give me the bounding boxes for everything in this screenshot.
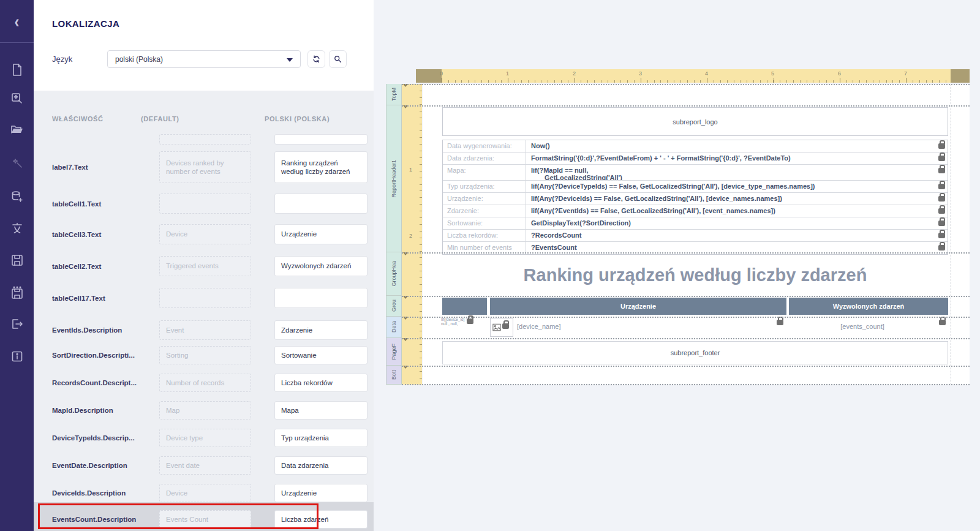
param-row: Urządzenie: Iif(Any(?DeviceIds) == False… [443, 193, 948, 205]
detail-image-placeholder[interactable] [490, 318, 513, 337]
info-icon [10, 349, 24, 364]
localization-panel: LOKALIZACJA Język polski (Polska) WŁAŚCI… [34, 0, 374, 531]
band-boundary-line [402, 252, 970, 254]
ruler-number: 1 [506, 70, 509, 77]
translated-value-input[interactable]: Urządzenie [274, 484, 368, 502]
default-value-input[interactable] [159, 194, 251, 214]
subreport-logo-object[interactable]: subreport_logo [442, 107, 948, 136]
page-title: LOKALIZACJA [52, 18, 119, 29]
table-row: MapId.Description Map Mapa [52, 401, 368, 420]
subreport-footer-object[interactable]: subreport_footer [442, 341, 948, 364]
band-boundary-line [402, 84, 970, 85]
param-expression[interactable]: Now() [526, 140, 948, 152]
param-label[interactable]: Mapa: [443, 165, 526, 180]
default-value-input[interactable]: Devices ranked by number of events [159, 151, 251, 183]
language-select[interactable]: polski (Polska) [107, 50, 301, 68]
param-label[interactable]: Data wygenerowania: [443, 140, 526, 152]
param-expression[interactable]: GetDisplayText(?SortDirection) [526, 217, 948, 229]
translated-value-input[interactable]: Liczba zdarzeń [274, 510, 368, 529]
search-button[interactable] [329, 50, 347, 68]
sidebar-item-save-as[interactable] [0, 279, 34, 306]
default-value-input[interactable] [159, 134, 251, 145]
collapse-panel-button[interactable]: ‹ [0, 8, 34, 35]
param-label[interactable]: Urządzenie: [443, 193, 526, 205]
default-value-input[interactable]: Event [159, 320, 251, 340]
table-row: tableCell17.Text [52, 288, 368, 308]
table-row: DeviceTypeIds.Descrip... Device type Typ… [52, 429, 368, 447]
lock-icon [939, 320, 946, 325]
default-value-input[interactable]: Device [159, 224, 251, 244]
report-title-object[interactable]: Ranking urządzeń według liczby zdarzeń [442, 256, 948, 294]
default-value-input[interactable]: Device [159, 484, 251, 502]
property-name: EventIds.Description [52, 326, 144, 334]
band-report-header[interactable]: ReportHeader1 [386, 105, 402, 252]
translated-value-input[interactable] [274, 134, 368, 145]
band-bottom-margin[interactable]: Bott [386, 366, 402, 385]
param-expression[interactable]: Iif(?MapId == null,GetLocalizedString('A… [526, 165, 948, 180]
sidebar-item-add-data[interactable] [0, 183, 34, 210]
sidebar-item-save[interactable] [0, 247, 34, 274]
refresh-button[interactable] [307, 50, 325, 68]
ruler-number: 5 [771, 70, 774, 77]
translated-value-input[interactable]: Sortowanie [274, 346, 368, 364]
band-top-margin[interactable]: TopM [386, 84, 402, 105]
sidebar-item-new-report[interactable] [0, 56, 34, 83]
param-expression[interactable]: FormatString('{0:d}',?EventDateFrom) + '… [526, 153, 948, 164]
default-value-input[interactable]: Triggered events [159, 256, 251, 276]
lock-icon [938, 143, 945, 149]
sidebar-item-localization[interactable] [0, 215, 34, 242]
default-value-input[interactable]: Events Count [159, 510, 251, 529]
param-label[interactable]: Data zdarzenia: [443, 153, 526, 164]
device-name-field[interactable]: [device_name] [517, 323, 561, 330]
search-icon [333, 55, 342, 64]
band-group-header-1[interactable]: GroupHea [386, 252, 402, 296]
band-page-footer[interactable]: PageF [386, 338, 402, 366]
param-expression[interactable]: Iif(Any(?DeviceIds) == False, GetLocaliz… [526, 193, 948, 205]
param-expression[interactable]: Iif(Any(?EventIds) == False, GetLocalize… [526, 205, 948, 217]
translated-value-input[interactable]: Typ urządzenia [274, 429, 368, 447]
ruler-number: 4 [705, 70, 708, 77]
translated-value-input[interactable]: Data zdarzenia [274, 456, 368, 475]
band-detail[interactable]: Deta [386, 317, 402, 338]
translated-value-input[interactable] [274, 194, 368, 214]
detail-expression-object[interactable]: Iif([device_id] == null , null, [441, 317, 470, 326]
param-label[interactable]: Typ urządzenia: [443, 181, 526, 192]
sidebar-item-wizard[interactable] [0, 149, 34, 176]
sidebar-item-info[interactable] [0, 343, 34, 370]
sidebar-item-exit[interactable] [0, 311, 34, 337]
translated-value-input[interactable]: Urządzenie [274, 224, 368, 244]
default-value-input[interactable]: Device type [159, 429, 251, 447]
band-group-header-2[interactable]: Grou [386, 296, 402, 317]
translated-value-input[interactable]: Ranking urządzeń według liczby zdarzeń [274, 151, 368, 183]
translated-value-input[interactable]: Liczba rekordów [274, 374, 368, 392]
param-label[interactable]: Liczba rekordów: [443, 230, 526, 241]
language-icon [10, 221, 24, 236]
param-expression[interactable]: ?RecordsCount [526, 230, 948, 241]
param-label[interactable]: Zdarzenie: [443, 205, 526, 217]
table-header-cell-events[interactable]: Wyzwolonych zdarzeń [789, 298, 948, 315]
property-name: MapId.Description [52, 407, 144, 414]
translated-value-input[interactable] [274, 288, 368, 308]
param-label[interactable]: Sortowanie: [443, 217, 526, 229]
sidebar-item-open[interactable] [0, 116, 34, 143]
default-value-input[interactable] [159, 288, 251, 308]
translated-value-input[interactable]: Zdarzenie [274, 320, 368, 340]
translated-value-input[interactable]: Mapa [274, 401, 368, 420]
default-value-input[interactable]: Sorting [159, 346, 251, 364]
ruler-minor-ticks [420, 84, 422, 385]
translated-value-input[interactable]: Wyzwolonych zdarzeń [274, 256, 368, 276]
ruler-number: 3 [639, 70, 642, 77]
ruler-number: 6 [838, 70, 841, 77]
default-value-input[interactable]: Map [159, 401, 251, 420]
default-value-input[interactable]: Event date [159, 456, 251, 475]
table-row: EventIds.Description Event Zdarzenie [52, 320, 368, 340]
param-expression[interactable]: Iif(Any(?DeviceTypeIds) == False, GetLoc… [526, 181, 948, 192]
table-header-cell-empty[interactable] [442, 298, 487, 315]
image-icon [492, 323, 501, 331]
events-count-field[interactable]: [events_count] [789, 323, 936, 330]
lock-icon [938, 184, 945, 189]
panel-header: LOKALIZACJA Język polski (Polska) [34, 0, 374, 91]
table-header-cell-device[interactable]: Urządzenie [490, 298, 786, 315]
default-value-input[interactable]: Number of records [159, 374, 251, 392]
sidebar-item-preview[interactable] [0, 85, 34, 112]
